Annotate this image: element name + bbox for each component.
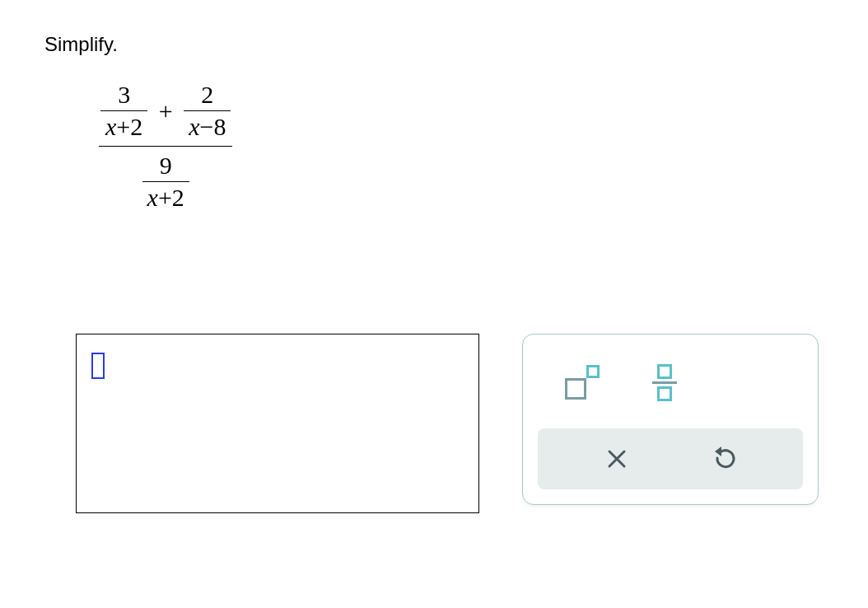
plus-op: + [154,97,178,125]
svg-marker-2 [715,447,721,456]
undo-icon [712,447,737,471]
clear-button[interactable] [596,438,637,479]
close-icon [606,448,628,470]
problem-prompt: Simplify. [44,33,827,56]
num-9: 9 [142,152,189,181]
num-3: 3 [100,81,147,110]
num-2: 2 [184,81,231,110]
math-expression: 3 x+2 + 2 x−8 9 x+2 [99,81,232,212]
fraction-button[interactable] [640,358,689,407]
answer-input[interactable] [76,334,479,513]
exponent-icon [565,365,600,400]
reset-button[interactable] [704,438,745,479]
fraction-icon [652,364,677,401]
exponent-button[interactable] [558,358,607,407]
math-toolbox [522,334,819,505]
input-cursor [91,353,105,379]
